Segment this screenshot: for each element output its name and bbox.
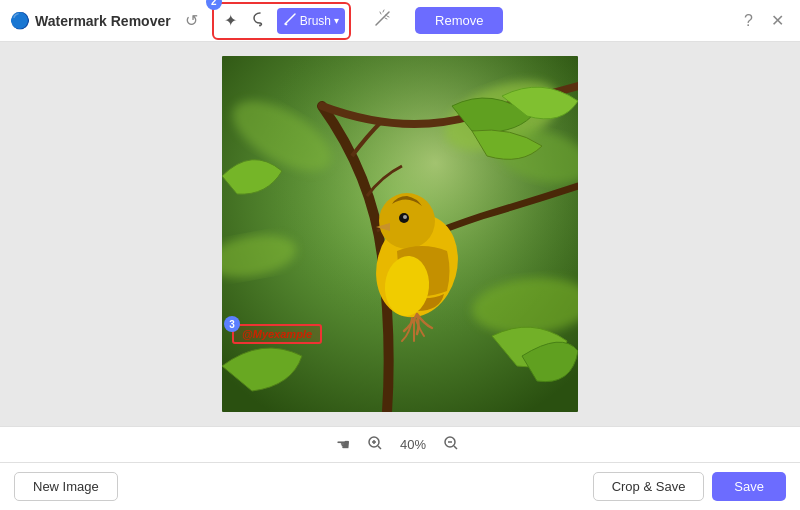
app-title: 🔵 Watermark Remover bbox=[10, 11, 171, 30]
footer-left: New Image bbox=[14, 472, 118, 501]
zoom-out-icon bbox=[443, 435, 459, 451]
zoom-out-button[interactable] bbox=[438, 433, 464, 457]
new-image-button[interactable]: New Image bbox=[14, 472, 118, 501]
select-tool-icon: ✦ bbox=[224, 11, 237, 30]
app-title-text: Watermark Remover bbox=[35, 13, 171, 29]
remove-button[interactable]: Remove bbox=[415, 7, 503, 34]
select-tool-button[interactable]: ✦ bbox=[218, 7, 243, 34]
brush-tool-button[interactable]: Brush ▾ bbox=[277, 8, 345, 34]
svg-line-16 bbox=[378, 446, 381, 449]
brush-dropdown-icon: ▾ bbox=[334, 15, 339, 26]
image-container: 3 @Myexample bbox=[222, 56, 578, 412]
zoom-bar: ☚ 40% bbox=[0, 426, 800, 462]
svg-point-12 bbox=[403, 215, 407, 219]
svg-line-19 bbox=[454, 446, 457, 449]
canvas-area: 3 @Myexample bbox=[0, 42, 800, 426]
tool-group: 2 ✦ bbox=[212, 2, 351, 40]
zoom-level: 40% bbox=[400, 437, 426, 452]
zoom-in-icon bbox=[367, 435, 383, 451]
footer-right: Crop & Save Save bbox=[593, 472, 786, 501]
footer-bar: New Image Crop & Save Save bbox=[0, 462, 800, 510]
title-right: ? ✕ bbox=[738, 7, 790, 34]
help-button[interactable]: ? bbox=[738, 8, 759, 34]
title-left: 🔵 Watermark Remover ↺ 2 ✦ bbox=[10, 2, 503, 40]
brush-tool-label: Brush bbox=[300, 14, 331, 28]
hand-tool-icon[interactable]: ☚ bbox=[336, 435, 350, 454]
title-bar: 🔵 Watermark Remover ↺ 2 ✦ bbox=[0, 0, 800, 42]
crop-save-button[interactable]: Crop & Save bbox=[593, 472, 705, 501]
magic-wand-button[interactable] bbox=[367, 4, 399, 37]
app-logo-icon: 🔵 bbox=[10, 11, 30, 30]
back-button[interactable]: ↺ bbox=[179, 7, 204, 34]
close-button[interactable]: ✕ bbox=[765, 7, 790, 34]
lasso-tool-button[interactable] bbox=[245, 6, 275, 36]
watermark-selection-box[interactable]: 3 @Myexample bbox=[232, 324, 322, 344]
save-button[interactable]: Save bbox=[712, 472, 786, 501]
bird-image bbox=[222, 56, 578, 412]
brush-tool-icon bbox=[283, 12, 297, 30]
close-icon: ✕ bbox=[771, 12, 784, 29]
svg-point-0 bbox=[259, 24, 261, 26]
watermark-text: @Myexample bbox=[242, 328, 312, 340]
magic-wand-icon bbox=[373, 8, 393, 28]
step3-badge: 3 bbox=[224, 316, 240, 332]
zoom-in-button[interactable] bbox=[362, 433, 388, 457]
lasso-tool-icon bbox=[251, 10, 269, 32]
help-icon: ? bbox=[744, 12, 753, 29]
